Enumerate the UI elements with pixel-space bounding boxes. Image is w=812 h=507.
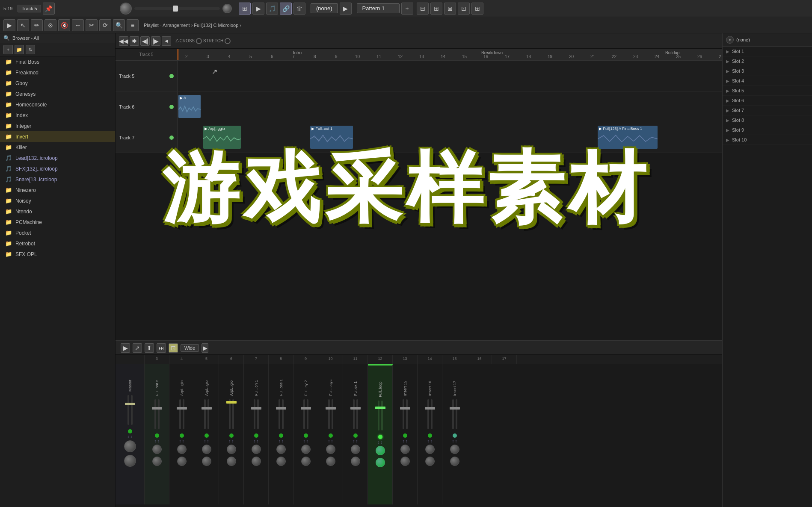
sidebar-item-noisey[interactable]: 📁 Noisey: [0, 195, 115, 206]
ch-ins17-fader-r[interactable]: [456, 399, 457, 429]
fx-slot-7[interactable]: ▶ Slot 7: [723, 106, 812, 115]
play-btn[interactable]: ▶: [3, 19, 15, 31]
ch-fuloot2-knob2[interactable]: [152, 457, 162, 466]
ch-fullex-fader-r[interactable]: [356, 399, 358, 429]
ch-arp3-fader-r[interactable]: [232, 399, 234, 429]
ch-fuloss-fader-l[interactable]: [279, 399, 280, 429]
sidebar-item-genesys[interactable]: 📁 Genesys: [0, 88, 115, 99]
ch-fulloy-knob[interactable]: [301, 445, 311, 454]
pencil-btn[interactable]: ✏: [31, 19, 43, 31]
track-5-content[interactable]: ↗: [178, 61, 812, 91]
mixer-channel-fulloy[interactable]: Full..oy 2 ↕↕: [293, 364, 318, 504]
fx-slot-8[interactable]: ▶ Slot 8: [723, 115, 812, 125]
ch-fullloop-knob2[interactable]: [376, 458, 385, 467]
mixer-link-btn[interactable]: ↗: [133, 343, 142, 353]
ch-ins15-fader-l[interactable]: [403, 399, 404, 429]
ch-fullex-fader-l[interactable]: [353, 399, 355, 429]
mixer-channel-arp3[interactable]: ArpL..gio ↕↕: [219, 364, 244, 504]
mixer-channel-fuloss[interactable]: Ful..oss 1 ↕↕: [269, 364, 293, 504]
ch-arp2-knob2[interactable]: [202, 457, 211, 466]
eraser-btn[interactable]: ⊗: [44, 19, 56, 31]
master-knob-ch[interactable]: [124, 440, 136, 452]
track-7-content[interactable]: ▶ Arp[..ggio ▶ Full..oot 1: [178, 122, 812, 153]
ch-arp1-fader-l[interactable]: [179, 399, 181, 429]
ch-fullex-knob[interactable]: [351, 445, 360, 454]
ch-fullex-knob2[interactable]: [351, 457, 360, 466]
ch-fullloop-fader-r[interactable]: [381, 401, 383, 430]
mixer-channel-ins15[interactable]: Insert 15 ↕↕: [393, 364, 418, 504]
ch-arp3-fader-l[interactable]: [229, 399, 231, 429]
arrow-btn[interactable]: ▶: [252, 3, 264, 15]
fx-slot-5[interactable]: ▶ Slot 5: [723, 86, 812, 96]
track-5-dot[interactable]: [169, 74, 174, 78]
ch-fullsys-knob[interactable]: [326, 445, 335, 454]
none-arrow[interactable]: ▶: [340, 3, 352, 15]
sidebar-item-freakmod[interactable]: 📁 Freakmod: [0, 67, 115, 78]
mixer-channel-ins17[interactable]: Insert 17 ↕↕: [442, 364, 467, 504]
mixer-up-btn[interactable]: ⬆: [145, 343, 154, 353]
sidebar-item-invert[interactable]: 📁 Invert: [0, 131, 115, 142]
track-label-top[interactable]: Track 5: [18, 5, 41, 12]
mixer-play-btn[interactable]: ▶: [121, 343, 130, 353]
ch-arp3-knob[interactable]: [227, 445, 236, 454]
fx-slot-9[interactable]: ▶ Slot 9: [723, 125, 812, 135]
sidebar-item-finalboss[interactable]: 📁 Final Boss: [0, 56, 115, 67]
pin-button[interactable]: 📌: [43, 3, 55, 15]
mute-btn[interactable]: 🔇: [58, 19, 70, 31]
sidebar-item-index[interactable]: 📁 Index: [0, 110, 115, 121]
add-pattern-btn[interactable]: +: [401, 3, 413, 15]
sidebar-item-snare[interactable]: 🎵 Snare[13..icroloop: [0, 174, 115, 185]
fx-slot-1[interactable]: ▶ Slot 1: [723, 47, 812, 56]
ch-ins17-fader-l[interactable]: [452, 399, 454, 429]
mixer-channel-fullex[interactable]: Full.ex 1 ↕↕: [343, 364, 368, 504]
pattern-btn[interactable]: ⊞: [239, 3, 251, 15]
mixer-channel-fullloop[interactable]: Full..loop ↕↕: [368, 364, 393, 504]
mixer-channel-ins16[interactable]: Insert 16 ↕↕: [418, 364, 442, 504]
master-fader-l[interactable]: [127, 395, 129, 425]
ch-ins17-knob[interactable]: [450, 445, 459, 454]
stretch-toggle[interactable]: [225, 38, 231, 44]
sidebar-item-lead[interactable]: 🎵 Lead[132..icroloop: [0, 153, 115, 163]
sidebar-item-sfx132[interactable]: 🎵 SFX[132]..icroloop: [0, 163, 115, 174]
ch-fulloy-fader-l[interactable]: [303, 399, 305, 429]
ch-fulion-knob[interactable]: [252, 445, 261, 454]
track-6-dot[interactable]: [169, 105, 174, 109]
mixer-expand-btn[interactable]: ▶: [202, 343, 208, 353]
ch-fullsys-fader-l[interactable]: [328, 399, 330, 429]
mixer-skip-btn[interactable]: ⏭: [157, 343, 166, 353]
ch-ins16-knob[interactable]: [425, 445, 435, 454]
fx-slot-10[interactable]: ▶ Slot 10: [723, 135, 812, 145]
zcross-toggle[interactable]: [196, 38, 202, 44]
back-btn[interactable]: ◀◀: [119, 36, 128, 46]
fx-slot-6[interactable]: ▶ Slot 6: [723, 96, 812, 106]
ch-arp1-fader-r[interactable]: [183, 399, 184, 429]
ch-fullloop-knob[interactable]: [376, 446, 385, 455]
zoom-btn[interactable]: 🔍: [113, 19, 125, 31]
sidebar-item-ntendo[interactable]: 📁 Ntendo: [0, 206, 115, 217]
ch-fulion-fader-l[interactable]: [254, 399, 255, 429]
ch-fulion-fader-r[interactable]: [257, 399, 259, 429]
ch-fullsys-fader-r[interactable]: [332, 399, 333, 429]
leftright-btn[interactable]: ↔: [72, 19, 84, 31]
sidebar-item-ninezero[interactable]: 📁 Ninezero: [0, 185, 115, 195]
sidebar-add-btn[interactable]: +: [3, 45, 13, 54]
delete-btn[interactable]: 🗑: [293, 3, 305, 15]
ch-ins16-fader-r[interactable]: [431, 399, 433, 429]
ch-fullsys-knob2[interactable]: [326, 457, 335, 466]
ch-arp2-knob[interactable]: [202, 445, 211, 454]
master-knob[interactable]: [120, 3, 132, 15]
note-btn[interactable]: 🎵: [266, 3, 278, 15]
ch-fuloss-knob2[interactable]: [276, 457, 286, 466]
loop-btn[interactable]: ⟳: [99, 19, 111, 31]
master-fader-r[interactable]: [131, 395, 133, 425]
tool4-btn[interactable]: ⊡: [458, 3, 470, 15]
ch-fuloot2-fader-l[interactable]: [154, 399, 156, 429]
mixer-channel-arp1[interactable]: ArpL..gio ↕↕: [169, 364, 194, 504]
ch-ins15-knob[interactable]: [400, 445, 410, 454]
sidebar-item-homeconsole[interactable]: 📁 Homeconsole: [0, 99, 115, 110]
sidebar-item-pocket[interactable]: 📁 Pocket: [0, 227, 115, 238]
ch-ins15-knob2[interactable]: [400, 457, 410, 466]
tool5-btn[interactable]: ⊞: [471, 3, 483, 15]
select-btn[interactable]: ↖: [17, 19, 29, 31]
flatten-btn[interactable]: ≡: [127, 19, 139, 31]
